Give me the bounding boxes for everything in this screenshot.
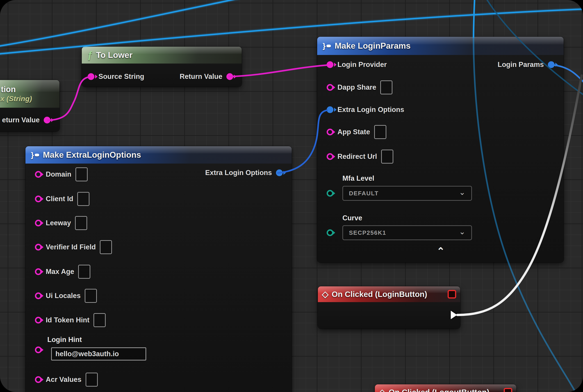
input-pin-mfa-level[interactable] bbox=[327, 190, 334, 197]
input-pin-login-hint[interactable] bbox=[35, 346, 42, 353]
input-pin-redirect-url[interactable] bbox=[327, 153, 334, 160]
node-make-extra-login-options[interactable]: } Make ExtraLoginOptions Domain Client I… bbox=[26, 146, 292, 392]
pin-label: Login Params bbox=[498, 60, 544, 69]
pin-row-extra-login-options-out: Extra Login Options bbox=[205, 166, 283, 180]
input-pin-max-age[interactable] bbox=[35, 268, 42, 275]
wire-magenta-tolower-to-loginprovider[interactable] bbox=[228, 65, 327, 76]
login-hint-input[interactable]: hello@web3auth.io bbox=[51, 348, 146, 360]
event-bind-icon bbox=[504, 388, 512, 392]
node-header[interactable]: } Make LoginParams bbox=[317, 37, 564, 55]
pin-row-dapp-share: Dapp Share bbox=[327, 80, 392, 94]
input-pin-verifier-id-field[interactable] bbox=[35, 244, 42, 250]
pin-row-redirect-url: Redirect Url bbox=[327, 149, 393, 164]
make-struct-icon: } bbox=[31, 150, 39, 159]
node-title: On Clicked (LoginButton) bbox=[332, 290, 427, 299]
collapse-node-chevron[interactable]: ⌃ bbox=[436, 249, 445, 254]
wire-blue-top-a-glow bbox=[0, 0, 245, 46]
login-hint-label: Login Hint bbox=[47, 336, 82, 344]
node-on-clicked-login-button[interactable]: ◇ On Clicked (LoginButton) bbox=[318, 286, 460, 329]
curve-value: SECP256K1 bbox=[349, 229, 386, 236]
input-pin-source-string[interactable] bbox=[88, 73, 94, 80]
node-make-login-params[interactable]: } Make LoginParams Login Provider Dapp S… bbox=[317, 37, 564, 262]
pin-row-domain: Domain bbox=[35, 167, 88, 182]
input-pin-login-provider[interactable] bbox=[327, 61, 334, 68]
function-icon: ƒ bbox=[87, 50, 92, 60]
blueprint-canvas[interactable]: tion ox (String) eturn Value ƒ To Lower … bbox=[0, 0, 583, 392]
output-pin-return-value[interactable] bbox=[44, 117, 50, 124]
input-pin-curve[interactable] bbox=[327, 229, 334, 236]
input-pin-extra-login-options[interactable] bbox=[327, 106, 334, 113]
pin-label: Leeway bbox=[46, 219, 71, 227]
wire-blue-top-a[interactable] bbox=[0, 0, 245, 46]
wire-blue-vertical-top[interactable] bbox=[474, 0, 475, 38]
pin-row-return-value: eturn Value bbox=[2, 113, 50, 127]
domain-value-box[interactable] bbox=[76, 168, 88, 181]
input-pin-dapp-share[interactable] bbox=[327, 84, 334, 91]
pin-label: Redirect Url bbox=[338, 152, 377, 161]
input-pin-ui-locales[interactable] bbox=[35, 292, 42, 299]
output-pin-login-params[interactable] bbox=[548, 61, 554, 68]
client-id-value-box[interactable] bbox=[77, 192, 90, 206]
mfa-level-dropdown[interactable]: DEFAULT ⌄ bbox=[342, 186, 472, 201]
pin-label: Extra Login Options bbox=[205, 169, 272, 177]
node-to-lower[interactable]: ƒ To Lower Source String Return Value bbox=[82, 47, 242, 87]
dapp-share-value-box[interactable] bbox=[380, 80, 392, 94]
node-title: To Lower bbox=[96, 50, 132, 60]
pin-label: Return Value bbox=[180, 72, 222, 81]
exec-output-pin[interactable] bbox=[451, 311, 457, 319]
node-on-clicked-logout-button[interactable]: ◇ On Clicked (LogoutButton) bbox=[375, 384, 516, 392]
pin-label: Ui Locales bbox=[46, 292, 81, 300]
pin-label: Acr Values bbox=[46, 376, 82, 384]
curve-dropdown[interactable]: SECP256K1 ⌄ bbox=[342, 225, 472, 240]
pin-label: Extra Login Options bbox=[338, 106, 404, 114]
node-header[interactable]: ƒ To Lower bbox=[82, 47, 242, 64]
redirect-url-value-box[interactable] bbox=[381, 150, 393, 164]
make-struct-icon: } bbox=[322, 42, 331, 50]
node-subtitle-fragment: ox (String) bbox=[0, 94, 32, 103]
input-pin-app-state[interactable] bbox=[327, 129, 334, 136]
pin-label: eturn Value bbox=[2, 116, 40, 124]
pin-row-acr-values: Acr Values bbox=[35, 372, 98, 387]
pin-row-source-string: Source String bbox=[88, 70, 144, 84]
acr-values-value-box[interactable] bbox=[86, 373, 98, 386]
node-title: Make ExtraLoginOptions bbox=[43, 150, 141, 160]
input-pin-leeway[interactable] bbox=[35, 220, 42, 226]
pin-row-ui-locales: Ui Locales bbox=[35, 288, 97, 303]
pin-row-id-token-hint: Id Token Hint bbox=[35, 313, 106, 327]
leeway-value-box[interactable] bbox=[75, 216, 87, 230]
app-state-value-box[interactable] bbox=[374, 125, 386, 139]
node-header[interactable]: ◇ On Clicked (LoginButton) bbox=[318, 286, 460, 302]
node-header[interactable]: tion ox (String) bbox=[0, 80, 60, 108]
input-pin-acr-values[interactable] bbox=[35, 376, 42, 383]
input-pin-domain[interactable] bbox=[35, 171, 42, 178]
pin-label: App State bbox=[338, 128, 370, 136]
node-header[interactable]: } Make ExtraLoginOptions bbox=[26, 146, 292, 164]
input-pin-id-token-hint[interactable] bbox=[35, 317, 42, 324]
node-header[interactable]: ◇ On Clicked (LogoutButton) bbox=[375, 384, 516, 392]
pin-row-client-id: Client Id bbox=[35, 192, 90, 206]
pin-label: Max Age bbox=[46, 268, 74, 276]
ui-locales-value-box[interactable] bbox=[85, 289, 97, 303]
pin-label: Client Id bbox=[46, 195, 73, 203]
pin-row-login-params-out: Login Params bbox=[498, 58, 554, 72]
pin-label: Login Provider bbox=[338, 60, 387, 69]
event-diamond-icon: ◇ bbox=[322, 289, 328, 299]
pin-row-leeway: Leeway bbox=[35, 216, 87, 230]
verifier-id-field-value-box[interactable] bbox=[100, 240, 112, 254]
input-pin-client-id[interactable] bbox=[35, 196, 42, 202]
max-age-value-box[interactable] bbox=[78, 265, 90, 279]
pin-row-extra-login-options-in: Extra Login Options bbox=[327, 102, 404, 117]
pin-label: Dapp Share bbox=[338, 83, 376, 92]
node-get-selected-option-partial[interactable]: tion ox (String) eturn Value bbox=[0, 80, 60, 131]
event-bind-icon bbox=[448, 290, 456, 298]
pin-label: Verifier Id Field bbox=[46, 243, 96, 251]
output-pin-extra-login-options[interactable] bbox=[276, 170, 283, 176]
id-token-hint-value-box[interactable] bbox=[94, 313, 106, 327]
pin-label: Source String bbox=[98, 72, 144, 81]
curve-label: Curve bbox=[342, 214, 362, 222]
pin-row-max-age: Max Age bbox=[35, 264, 90, 279]
output-pin-return-value[interactable] bbox=[226, 73, 233, 80]
pin-row-verifier-id-field: Verifier Id Field bbox=[35, 240, 112, 254]
mfa-level-value: DEFAULT bbox=[349, 190, 379, 197]
node-title-fragment: tion bbox=[1, 85, 16, 94]
